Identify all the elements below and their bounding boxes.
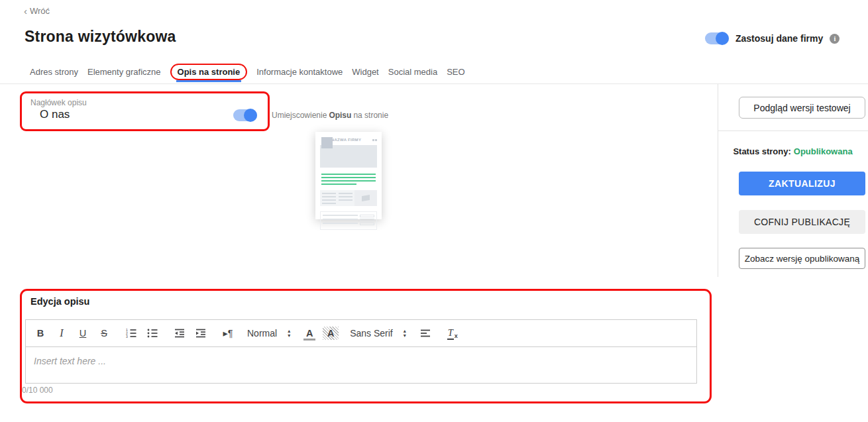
thumbnail-footer-panel (320, 211, 377, 230)
text-color-icon[interactable]: A (301, 325, 317, 341)
company-data-toggle[interactable] (705, 32, 729, 44)
direction-icon[interactable]: ▸¶ (220, 325, 236, 341)
tab-social-media[interactable]: Social media (388, 65, 437, 79)
character-counter: 0/10 000 (22, 386, 53, 395)
status-value: Opublikowana (794, 146, 853, 156)
update-button[interactable]: ZAKTUALIZUJ (739, 172, 865, 195)
font-picker[interactable]: Sans Serif ▴▾ (350, 328, 406, 339)
tab-seo[interactable]: SEO (447, 65, 464, 79)
tab-informacje-kontaktowe[interactable]: Informacje kontaktowe (256, 65, 343, 79)
page-placement-thumbnail: NAZWA FIRMY (315, 132, 382, 219)
svg-text:3: 3 (126, 335, 128, 339)
background-color-icon[interactable]: A (323, 327, 339, 340)
description-header-input[interactable]: O nas (40, 108, 70, 121)
tab-elementy-graficzne[interactable]: Elementy graficzne (87, 65, 161, 79)
editor-placeholder: Insert text here ... (34, 356, 106, 366)
tabs-divider (0, 83, 868, 84)
description-header-toggle[interactable] (233, 109, 257, 121)
editor-section-title: Edycja opisu (30, 296, 89, 307)
page-status: Status strony:Opublikowana (718, 146, 868, 156)
strikethrough-icon[interactable]: S (96, 325, 112, 341)
page-title: Strona wizytówkowa (25, 28, 176, 46)
bullet-list-icon[interactable] (144, 325, 160, 341)
rich-text-editor: B I U S 123 (25, 319, 697, 384)
editor-toolbar: B I U S 123 (26, 320, 696, 347)
underline-icon[interactable]: U (75, 325, 91, 341)
view-published-version-button[interactable]: Zobacz wersję opublikowaną (739, 248, 865, 269)
toggle-knob (244, 109, 257, 122)
heading-picker[interactable]: Normal ▴▾ (247, 328, 290, 339)
align-icon[interactable] (417, 325, 433, 341)
thumbnail-map-icon (354, 190, 377, 206)
thumbnail-menu-icon (372, 139, 377, 141)
bold-icon[interactable]: B (32, 325, 48, 341)
tab-adres-strony[interactable]: Adres strony (30, 65, 78, 79)
page-strona-wizytowkowa: ‹ Wróć Strona wizytówkowa Zastosuj dane … (0, 0, 868, 422)
info-icon[interactable]: i (830, 34, 840, 44)
sidebar-section-divider (718, 131, 868, 131)
preview-test-version-button[interactable]: Podgląd wersji testowej (739, 97, 865, 119)
content-sidebar-divider (718, 84, 718, 277)
unpublish-button[interactable]: COFNIJ PUBLIKACJĘ (739, 210, 865, 234)
editor-text-area[interactable]: Insert text here ... (26, 347, 696, 384)
italic-icon[interactable]: I (54, 325, 70, 341)
tab-widget[interactable]: Widget (352, 65, 378, 79)
tab-bar: Adres strony Elementy graficzne Opis na … (30, 61, 465, 82)
thumbnail-header: NAZWA FIRMY (320, 136, 377, 144)
description-header-label: Nagłówek opisu (30, 98, 87, 107)
clear-formatting-icon[interactable]: Tx (445, 325, 461, 341)
indent-icon[interactable] (193, 325, 209, 341)
tab-opis-na-stronie[interactable]: Opis na stronie (170, 64, 248, 80)
placement-label: UmiejscowienieOpisuna stronie (272, 111, 388, 120)
toggle-knob (716, 32, 729, 45)
company-toggle-label: Zastosuj dane firmy (735, 33, 823, 44)
dropdown-arrows-icon: ▴▾ (404, 329, 406, 338)
back-link[interactable]: ‹ Wróć (24, 6, 50, 16)
thumbnail-description-highlight (320, 174, 377, 185)
dropdown-arrows-icon: ▴▾ (288, 329, 290, 338)
company-data-toggle-row: Zastosuj dane firmy i (705, 32, 840, 44)
back-chevron-icon: ‹ (24, 6, 27, 16)
status-label: Status strony: (733, 146, 790, 156)
outdent-icon[interactable] (172, 325, 188, 341)
back-label: Wróć (30, 6, 50, 16)
thumbnail-banner (320, 145, 377, 168)
ordered-list-icon[interactable]: 123 (123, 325, 139, 341)
thumbnail-logo (321, 137, 333, 148)
thumbnail-contact-panel (320, 190, 377, 206)
